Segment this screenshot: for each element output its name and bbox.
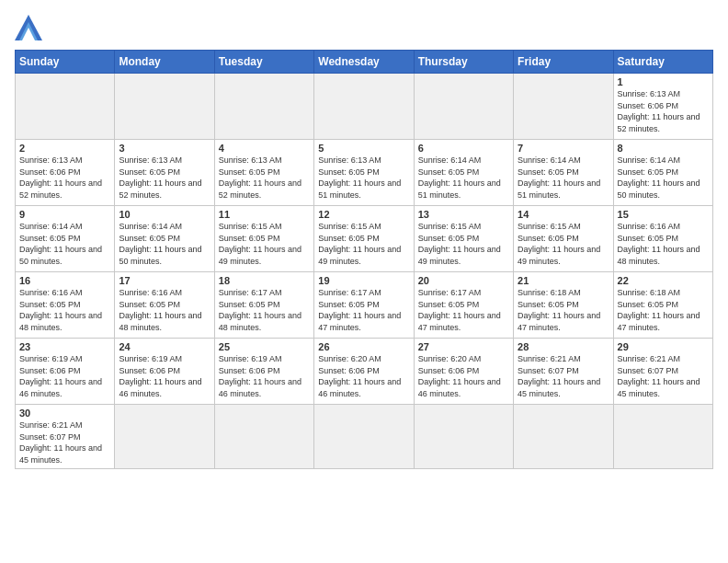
day-info: Sunrise: 6:15 AMSunset: 6:05 PMDaylight:… — [219, 221, 310, 267]
day-info: Sunrise: 6:14 AMSunset: 6:05 PMDaylight:… — [418, 155, 509, 201]
calendar-cell: 25Sunrise: 6:19 AMSunset: 6:06 PMDayligh… — [214, 339, 313, 405]
day-info: Sunrise: 6:13 AMSunset: 6:05 PMDaylight:… — [119, 155, 210, 201]
day-number: 9 — [19, 209, 110, 220]
day-info: Sunrise: 6:21 AMSunset: 6:07 PMDaylight:… — [618, 353, 709, 399]
day-info: Sunrise: 6:15 AMSunset: 6:05 PMDaylight:… — [518, 221, 609, 267]
calendar-col-header: Thursday — [414, 51, 513, 74]
logo — [15, 15, 46, 40]
calendar-cell: 21Sunrise: 6:18 AMSunset: 6:05 PMDayligh… — [514, 272, 613, 339]
calendar-cell: 1Sunrise: 6:13 AMSunset: 6:06 PMDaylight… — [613, 74, 712, 140]
calendar-cell: 28Sunrise: 6:21 AMSunset: 6:07 PMDayligh… — [514, 339, 613, 405]
calendar-cell — [414, 74, 513, 140]
day-info: Sunrise: 6:16 AMSunset: 6:05 PMDaylight:… — [119, 287, 210, 333]
day-info: Sunrise: 6:17 AMSunset: 6:05 PMDaylight:… — [418, 287, 509, 333]
day-number: 14 — [518, 209, 609, 220]
day-number: 22 — [618, 275, 709, 286]
day-number: 6 — [418, 143, 509, 154]
calendar-cell: 10Sunrise: 6:14 AMSunset: 6:05 PMDayligh… — [115, 206, 214, 272]
day-info: Sunrise: 6:19 AMSunset: 6:06 PMDaylight:… — [219, 353, 310, 399]
calendar-cell: 24Sunrise: 6:19 AMSunset: 6:06 PMDayligh… — [115, 339, 214, 405]
day-info: Sunrise: 6:14 AMSunset: 6:05 PMDaylight:… — [119, 221, 210, 267]
calendar-cell: 14Sunrise: 6:15 AMSunset: 6:05 PMDayligh… — [514, 206, 613, 272]
calendar-cell — [514, 74, 613, 140]
calendar-cell: 22Sunrise: 6:18 AMSunset: 6:05 PMDayligh… — [613, 272, 712, 339]
calendar-week-row: 2Sunrise: 6:13 AMSunset: 6:06 PMDaylight… — [16, 140, 713, 206]
calendar-cell: 15Sunrise: 6:16 AMSunset: 6:05 PMDayligh… — [613, 206, 712, 272]
day-number: 2 — [19, 143, 110, 154]
calendar-cell: 4Sunrise: 6:13 AMSunset: 6:05 PMDaylight… — [214, 140, 313, 206]
day-number: 24 — [119, 341, 210, 352]
calendar-week-row: 16Sunrise: 6:16 AMSunset: 6:05 PMDayligh… — [16, 272, 713, 339]
day-number: 18 — [219, 275, 310, 286]
calendar-header-row: SundayMondayTuesdayWednesdayThursdayFrid… — [16, 51, 713, 74]
calendar-cell: 9Sunrise: 6:14 AMSunset: 6:05 PMDaylight… — [16, 206, 115, 272]
day-info: Sunrise: 6:15 AMSunset: 6:05 PMDaylight:… — [318, 221, 409, 267]
day-number: 1 — [618, 76, 709, 87]
day-info: Sunrise: 6:21 AMSunset: 6:07 PMDaylight:… — [19, 419, 110, 465]
day-info: Sunrise: 6:14 AMSunset: 6:05 PMDaylight:… — [618, 155, 709, 201]
calendar-col-header: Monday — [115, 51, 214, 74]
calendar-cell: 2Sunrise: 6:13 AMSunset: 6:06 PMDaylight… — [16, 140, 115, 206]
logo-icon — [15, 15, 42, 40]
day-number: 23 — [19, 341, 110, 352]
day-number: 28 — [518, 341, 609, 352]
day-number: 8 — [618, 143, 709, 154]
calendar-col-header: Saturday — [613, 51, 712, 74]
day-number: 26 — [318, 341, 409, 352]
calendar-cell — [314, 405, 414, 469]
calendar-cell: 27Sunrise: 6:20 AMSunset: 6:06 PMDayligh… — [414, 339, 513, 405]
calendar-cell — [314, 74, 414, 140]
day-info: Sunrise: 6:20 AMSunset: 6:06 PMDaylight:… — [418, 353, 509, 399]
calendar-cell: 3Sunrise: 6:13 AMSunset: 6:05 PMDaylight… — [115, 140, 214, 206]
day-number: 7 — [518, 143, 609, 154]
day-number: 29 — [618, 341, 709, 352]
day-info: Sunrise: 6:17 AMSunset: 6:05 PMDaylight:… — [318, 287, 409, 333]
calendar-cell: 17Sunrise: 6:16 AMSunset: 6:05 PMDayligh… — [115, 272, 214, 339]
day-info: Sunrise: 6:15 AMSunset: 6:05 PMDaylight:… — [418, 221, 509, 267]
calendar-cell: 7Sunrise: 6:14 AMSunset: 6:05 PMDaylight… — [514, 140, 613, 206]
calendar-cell — [613, 405, 712, 469]
day-info: Sunrise: 6:13 AMSunset: 6:06 PMDaylight:… — [19, 155, 110, 201]
calendar-week-row: 23Sunrise: 6:19 AMSunset: 6:06 PMDayligh… — [16, 339, 713, 405]
calendar-cell: 16Sunrise: 6:16 AMSunset: 6:05 PMDayligh… — [16, 272, 115, 339]
calendar-cell: 11Sunrise: 6:15 AMSunset: 6:05 PMDayligh… — [214, 206, 313, 272]
calendar-cell — [115, 405, 214, 469]
day-info: Sunrise: 6:20 AMSunset: 6:06 PMDaylight:… — [318, 353, 409, 399]
calendar-cell: 6Sunrise: 6:14 AMSunset: 6:05 PMDaylight… — [414, 140, 513, 206]
calendar-cell — [115, 74, 214, 140]
calendar-week-row: 1Sunrise: 6:13 AMSunset: 6:06 PMDaylight… — [16, 74, 713, 140]
day-number: 4 — [219, 143, 310, 154]
header — [15, 15, 713, 40]
calendar-cell: 13Sunrise: 6:15 AMSunset: 6:05 PMDayligh… — [414, 206, 513, 272]
calendar-week-row: 30Sunrise: 6:21 AMSunset: 6:07 PMDayligh… — [16, 405, 713, 469]
day-info: Sunrise: 6:14 AMSunset: 6:05 PMDaylight:… — [518, 155, 609, 201]
calendar-col-header: Friday — [514, 51, 613, 74]
calendar-table: SundayMondayTuesdayWednesdayThursdayFrid… — [15, 50, 713, 469]
day-info: Sunrise: 6:16 AMSunset: 6:05 PMDaylight:… — [618, 221, 709, 267]
calendar-cell: 19Sunrise: 6:17 AMSunset: 6:05 PMDayligh… — [314, 272, 414, 339]
day-number: 5 — [318, 143, 409, 154]
calendar-col-header: Wednesday — [314, 51, 414, 74]
calendar-cell: 5Sunrise: 6:13 AMSunset: 6:05 PMDaylight… — [314, 140, 414, 206]
day-number: 19 — [318, 275, 409, 286]
calendar-cell: 20Sunrise: 6:17 AMSunset: 6:05 PMDayligh… — [414, 272, 513, 339]
day-number: 3 — [119, 143, 210, 154]
day-info: Sunrise: 6:16 AMSunset: 6:05 PMDaylight:… — [19, 287, 110, 333]
day-number: 21 — [518, 275, 609, 286]
day-info: Sunrise: 6:13 AMSunset: 6:06 PMDaylight:… — [618, 88, 709, 134]
day-info: Sunrise: 6:18 AMSunset: 6:05 PMDaylight:… — [618, 287, 709, 333]
day-number: 10 — [119, 209, 210, 220]
calendar-cell: 30Sunrise: 6:21 AMSunset: 6:07 PMDayligh… — [16, 405, 115, 469]
day-info: Sunrise: 6:18 AMSunset: 6:05 PMDaylight:… — [518, 287, 609, 333]
day-number: 27 — [418, 341, 509, 352]
calendar-cell — [214, 405, 313, 469]
calendar-cell — [16, 74, 115, 140]
day-info: Sunrise: 6:13 AMSunset: 6:05 PMDaylight:… — [318, 155, 409, 201]
day-number: 25 — [219, 341, 310, 352]
day-number: 16 — [19, 275, 110, 286]
day-info: Sunrise: 6:17 AMSunset: 6:05 PMDaylight:… — [219, 287, 310, 333]
day-info: Sunrise: 6:19 AMSunset: 6:06 PMDaylight:… — [19, 353, 110, 399]
day-number: 20 — [418, 275, 509, 286]
day-info: Sunrise: 6:13 AMSunset: 6:05 PMDaylight:… — [219, 155, 310, 201]
calendar-cell: 12Sunrise: 6:15 AMSunset: 6:05 PMDayligh… — [314, 206, 414, 272]
